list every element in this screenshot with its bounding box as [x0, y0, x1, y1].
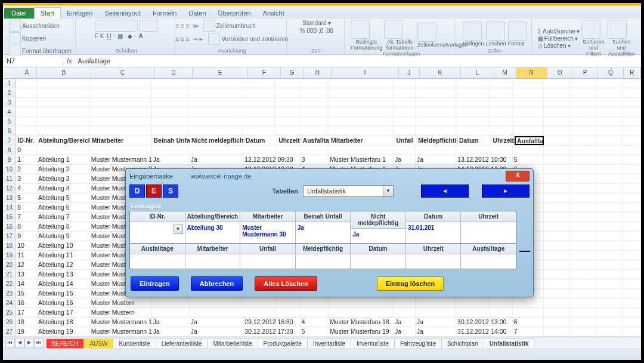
row-header[interactable]: 1	[3, 79, 16, 88]
cell[interactable]	[596, 327, 623, 336]
cell[interactable]	[90, 79, 152, 88]
cell[interactable]: Muster Musterfaru 19	[329, 327, 394, 336]
cell[interactable]: Abteilung 10	[37, 241, 90, 250]
sheet-nav-last[interactable]: ⏭	[34, 339, 44, 348]
cell[interactable]	[152, 308, 190, 317]
cell[interactable]: Meldepflichtig	[417, 136, 458, 145]
cell[interactable]: Datum	[244, 136, 277, 145]
cell[interactable]	[513, 98, 544, 107]
cell[interactable]	[456, 79, 490, 88]
cell[interactable]: 30.12.2012	[456, 318, 490, 327]
sheet-tab-active[interactable]: Unfallstatistik	[484, 339, 535, 348]
cell[interactable]	[623, 165, 641, 174]
cell[interactable]: 17:30	[276, 327, 300, 336]
cell[interactable]	[329, 308, 394, 317]
cell[interactable]: 09:30	[276, 155, 300, 164]
cell[interactable]: 2	[16, 165, 37, 174]
row-header[interactable]: 12	[3, 184, 16, 193]
find-select-button[interactable]: Suchen und Auswählen	[608, 20, 635, 57]
cell[interactable]	[544, 117, 570, 126]
cell[interactable]	[329, 299, 394, 307]
cell[interactable]	[513, 79, 544, 88]
cell[interactable]	[329, 117, 394, 126]
cell[interactable]: 16:30	[276, 318, 300, 327]
cell[interactable]	[394, 79, 416, 88]
col-N[interactable]: N	[516, 67, 547, 78]
cell[interactable]	[90, 146, 152, 155]
field-nicht-meldepflichtig[interactable]: Ja	[351, 229, 405, 243]
sheet-tab-ausw[interactable]: AUSW	[83, 339, 113, 348]
row-header[interactable]: 25	[3, 308, 16, 317]
cell[interactable]	[623, 222, 641, 231]
cell[interactable]	[190, 299, 243, 307]
cell[interactable]: 30.12.2012	[243, 327, 276, 336]
col-K[interactable]: K	[420, 67, 461, 78]
cell[interactable]	[416, 127, 456, 136]
cell[interactable]	[301, 88, 329, 97]
cell[interactable]: Ja	[416, 155, 456, 164]
cell[interactable]	[570, 299, 596, 307]
sheet-tab[interactable]: Inventurliste	[351, 339, 395, 348]
cell[interactable]: Abteilung 19	[37, 327, 90, 336]
cell[interactable]	[596, 232, 623, 241]
cell[interactable]	[623, 107, 641, 116]
cell[interactable]	[190, 146, 243, 155]
formula-input[interactable]: Ausfalltage	[76, 56, 641, 66]
cell[interactable]: Nicht meldepflichtig	[190, 136, 244, 145]
cell[interactable]	[596, 299, 623, 307]
cell[interactable]: Beinah Unfall	[152, 136, 190, 145]
dialog-scrollbar[interactable]	[519, 250, 531, 251]
cell[interactable]	[490, 88, 512, 97]
cell[interactable]	[570, 289, 596, 298]
sheet-nav-first[interactable]: ⏮	[5, 339, 15, 348]
cell[interactable]	[596, 88, 623, 97]
sheet-tab[interactable]: Lieferantenliste	[156, 339, 208, 348]
eintragen-button[interactable]: Eintragen	[131, 276, 179, 291]
cell[interactable]	[570, 270, 596, 279]
cell[interactable]: Ja	[190, 318, 243, 327]
cell[interactable]	[276, 127, 300, 136]
row-header[interactable]: 8	[3, 146, 16, 155]
cell[interactable]	[301, 127, 329, 136]
cell[interactable]	[570, 117, 596, 126]
cell[interactable]: 9	[16, 232, 37, 241]
cell[interactable]: Muster Musterfaru 18	[329, 318, 394, 327]
cell[interactable]	[570, 155, 596, 164]
cell[interactable]	[152, 127, 190, 136]
cell[interactable]	[544, 98, 570, 107]
tab-file[interactable]: Datei	[4, 8, 34, 19]
cell[interactable]	[37, 98, 90, 107]
cell[interactable]	[243, 146, 276, 155]
des-d-button[interactable]: D	[129, 184, 145, 198]
cell[interactable]	[596, 308, 623, 317]
cell[interactable]	[544, 174, 570, 183]
cell[interactable]	[513, 88, 544, 97]
cell[interactable]: Abteilung 3	[37, 174, 90, 183]
format-painter-button[interactable]: Format übertragen	[9, 45, 72, 57]
col-O[interactable]: O	[547, 67, 573, 78]
cell[interactable]	[570, 174, 596, 183]
tab-pagelayout[interactable]: Seitenlayout	[98, 8, 147, 19]
cell[interactable]	[16, 117, 37, 126]
cell[interactable]	[596, 107, 623, 116]
des-e-button[interactable]: E	[146, 184, 162, 198]
cell[interactable]	[243, 88, 276, 97]
cell[interactable]: 8	[16, 222, 37, 231]
sheet-tab[interactable]: Mitarbeiterliste	[208, 339, 258, 348]
cell[interactable]: Datum	[458, 136, 491, 145]
scroll-down-icon[interactable]	[519, 251, 530, 252]
cell[interactable]	[37, 88, 90, 97]
cell[interactable]	[37, 107, 90, 116]
row-header[interactable]: 7	[3, 136, 16, 145]
field-beinah-unfall[interactable]: Ja	[296, 222, 351, 236]
cell[interactable]	[276, 308, 300, 317]
cell[interactable]: Ja	[152, 155, 190, 164]
cell[interactable]: Muster Mustermann 1	[90, 155, 152, 164]
cell[interactable]	[544, 155, 570, 164]
row-header[interactable]: 20	[3, 260, 16, 269]
cell[interactable]	[596, 193, 623, 202]
cell[interactable]	[490, 308, 512, 317]
cell[interactable]	[596, 213, 623, 222]
cell[interactable]: 7	[16, 213, 37, 222]
cell[interactable]	[416, 79, 456, 88]
